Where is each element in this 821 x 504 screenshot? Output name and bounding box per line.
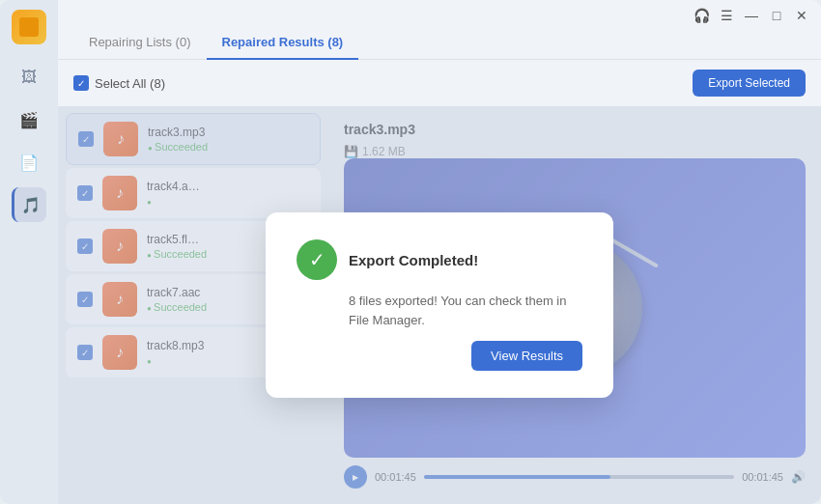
- toolbar: ✓ Select All (8) Export Selected: [58, 60, 821, 106]
- select-all-label: Select All (8): [95, 76, 165, 91]
- maximize-icon[interactable]: □: [769, 8, 784, 23]
- headphone-icon[interactable]: 🎧: [694, 8, 709, 23]
- sidebar-item-audio[interactable]: 🎵: [12, 187, 46, 222]
- modal-body: 8 files exported! You can check them in …: [297, 292, 582, 329]
- select-all-control[interactable]: ✓ Select All (8): [73, 75, 165, 91]
- main-content: 🎧 ☰ — □ ✕ Repairing Lists (0) Repaired R…: [58, 0, 821, 504]
- select-all-checkbox[interactable]: ✓: [73, 75, 89, 91]
- modal-overlay: ✓ Export Completed! 8 files exported! Yo…: [58, 106, 821, 504]
- modal-title: Export Completed!: [349, 252, 478, 268]
- sidebar-item-photo[interactable]: 🖼: [12, 60, 46, 95]
- close-icon[interactable]: ✕: [794, 8, 809, 23]
- tabs: Repairing Lists (0) Repaired Results (8): [58, 27, 821, 60]
- modal-footer: View Results: [297, 341, 582, 371]
- success-icon: ✓: [297, 239, 337, 280]
- view-results-button[interactable]: View Results: [471, 341, 582, 371]
- minimize-icon[interactable]: —: [744, 8, 759, 23]
- sidebar-item-video[interactable]: 🎬: [12, 102, 46, 137]
- sidebar-item-doc[interactable]: 📄: [12, 145, 46, 180]
- menu-icon[interactable]: ☰: [719, 8, 734, 23]
- export-selected-button[interactable]: Export Selected: [693, 70, 806, 97]
- app-logo: [12, 10, 46, 44]
- modal-header: ✓ Export Completed!: [297, 239, 582, 280]
- app-container: 🖼 🎬 📄 🎵 🎧 ☰ — □ ✕ Repairing Lists (0) Re…: [0, 0, 821, 504]
- tab-repairing[interactable]: Repairing Lists (0): [73, 27, 207, 59]
- tab-repaired[interactable]: Repaired Results (8): [207, 27, 359, 59]
- sidebar: 🖼 🎬 📄 🎵: [0, 0, 58, 504]
- content-area: ✓ ♪ track3.mp3 Succeeded ✓ ♪ track: [58, 106, 821, 504]
- export-completed-modal: ✓ Export Completed! 8 files exported! Yo…: [266, 212, 613, 398]
- title-bar: 🎧 ☰ — □ ✕: [58, 0, 821, 27]
- window-controls: 🎧 ☰ — □ ✕: [694, 8, 809, 23]
